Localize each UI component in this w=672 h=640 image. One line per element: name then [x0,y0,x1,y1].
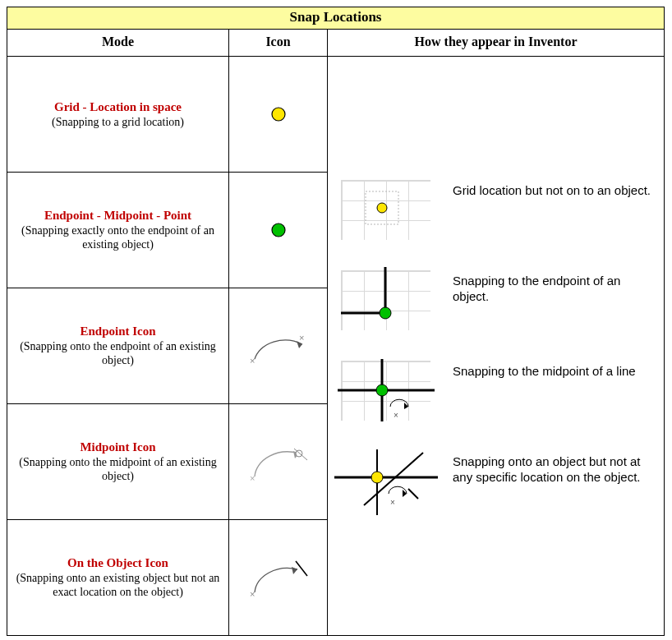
icon-cell: × [229,520,328,636]
svg-text:×: × [250,356,255,366]
green-dot-icon [269,221,288,239]
svg-marker-26 [292,567,297,574]
midpoint-preview: × [333,357,440,426]
svg-point-14 [371,472,383,483]
how-row-midpoint: × Snapping to the midpoint of a line [333,357,659,426]
mode-subtitle: (Snapping exactly onto the endpoint of a… [14,223,222,252]
how-row-endpoint: Snapping to the endpoint of an object. [333,267,659,336]
snap-locations-table: Snap Locations Mode Icon How they appear… [7,7,665,636]
svg-point-8 [376,384,388,396]
arc-midpoint-icon: × [242,437,315,486]
mode-title: Endpoint - Midpoint - Point [14,208,222,223]
mode-subtitle: (Snapping onto the midpoint of an existi… [14,455,222,484]
header-how: How they appear in Inventor [328,30,665,57]
svg-point-18 [272,223,285,237]
grid-point-preview [333,177,440,246]
mode-subtitle: (Snapping to a grid location) [14,115,222,130]
grid-dot-icon [269,105,288,123]
how-row-grid: Grid location but not on to an object. [333,177,659,246]
icon-cell [229,57,328,173]
svg-point-5 [380,307,391,319]
svg-text:×: × [394,411,398,420]
endpoint-preview [333,267,440,336]
mode-subtitle: (Snapping onto an existing object but no… [14,571,222,600]
onobject-preview: × [333,448,440,517]
how-text: Snapping onto an object but not at any s… [453,448,659,486]
table-row: Grid - Location in space (Snapping to a … [7,57,665,173]
how-text: Snapping to the midpoint of a line [453,357,659,380]
mode-title: Grid - Location in space [14,99,222,115]
svg-text:×: × [390,498,395,507]
svg-point-0 [272,108,285,121]
mode-title: Endpoint Icon [14,324,222,339]
svg-line-17 [408,489,418,499]
header-mode: Mode [7,30,229,57]
table-title: Snap Locations [7,7,665,30]
icon-cell [229,173,328,288]
svg-text:×: × [250,589,255,599]
how-row-onobject: × Snapping onto an object but not at any… [333,448,659,517]
svg-text:×: × [250,473,255,483]
mode-subtitle: (Snapping onto the endpoint of an existi… [14,339,222,368]
mode-title: Midpoint Icon [14,440,222,455]
how-text: Grid location but not on to an object. [453,177,659,199]
how-text: Snapping to the endpoint of an object. [453,267,659,305]
svg-line-28 [296,561,307,576]
header-icon: Icon [229,30,328,57]
icon-cell: × × [229,288,328,404]
arc-onobject-icon: × [242,551,315,604]
svg-point-2 [377,203,387,213]
icon-cell: × [229,404,328,520]
arc-endpoint-icon: × × [242,321,315,371]
mode-title: On the Object Icon [14,555,222,571]
how-column: Grid location but not on to an object. S… [328,57,665,636]
svg-text:×: × [299,333,304,343]
